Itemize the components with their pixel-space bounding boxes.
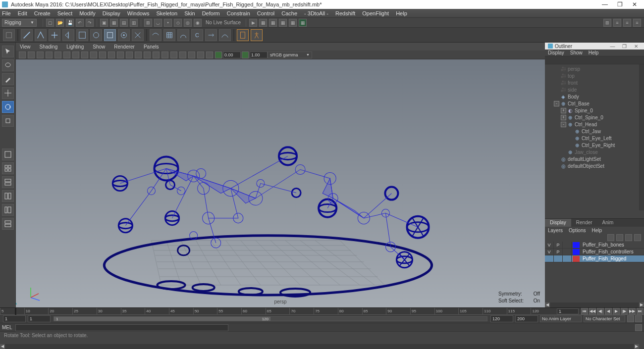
persp-graph-icon[interactable] [2, 218, 14, 230]
menu-redshift[interactable]: Redshift [335, 10, 355, 16]
gamma-field[interactable]: 1.00 [250, 51, 268, 58]
layer-tab-render[interactable]: Render [571, 219, 597, 227]
key-back-icon[interactable]: ◀| [597, 308, 604, 315]
key-fwd-icon[interactable]: |▶ [621, 308, 628, 315]
outliner-item[interactable]: -Ctrl_Base [547, 100, 642, 107]
outliner-item[interactable]: Jaw_close [547, 149, 642, 155]
quick-rig-icon[interactable] [237, 29, 249, 41]
outliner-item[interactable]: Ctrl_Eye_Right [547, 142, 642, 149]
vp-select-camera-icon[interactable] [19, 51, 26, 58]
bind-skin-icon[interactable] [104, 29, 116, 41]
outliner-tree[interactable]: persptopfrontsideBody-Ctrl_Base+Spine_0+… [545, 64, 644, 218]
outliner-item[interactable]: +Spine_0 [547, 107, 642, 114]
render-setup-icon[interactable]: ▦ [299, 19, 307, 27]
render-settings-icon[interactable]: ▦ [279, 19, 287, 27]
menu-cache[interactable]: Cache [281, 10, 297, 16]
play-back-icon[interactable]: ◀ [605, 308, 612, 315]
vp-aa-icon[interactable] [179, 51, 186, 58]
maximize-button[interactable]: ❐ [612, 1, 627, 8]
wrap-icon[interactable] [177, 29, 189, 41]
single-pane-icon[interactable] [2, 149, 14, 160]
layer-tab-display[interactable]: Display [545, 219, 571, 227]
range-end-outer[interactable] [515, 315, 538, 322]
panel-window-controls[interactable]: — ❐ ✕ [610, 44, 641, 49]
range-start[interactable] [28, 315, 51, 322]
layer-scroll-h[interactable]: ◀ ▶ [545, 302, 644, 307]
vp-shadows-icon[interactable] [153, 51, 160, 58]
vp-shaded-icon[interactable] [126, 51, 133, 58]
outliner-header[interactable]: Outliner — ❐ ✕ [545, 43, 644, 50]
scale-tool-icon[interactable] [2, 115, 14, 127]
scroll-right-icon[interactable]: ▶ [634, 344, 639, 349]
vp-isolate-icon[interactable] [188, 51, 195, 58]
cmd-lang-label[interactable]: MEL [2, 325, 12, 330]
scrollbar-vertical[interactable] [639, 64, 644, 210]
vp-film-gate-icon[interactable] [63, 51, 70, 58]
select-tool-icon[interactable] [2, 46, 14, 57]
select-component-icon[interactable]: ▤ [120, 19, 128, 27]
open-scene-icon[interactable]: 📂 [56, 19, 64, 27]
layer-playback-toggle[interactable]: P [554, 242, 563, 249]
two-pane-h-icon[interactable] [2, 176, 14, 188]
select-object-icon[interactable]: ▦ [110, 19, 118, 27]
menu-skin[interactable]: Skin [184, 10, 195, 16]
save-scene-icon[interactable]: 💾 [66, 19, 74, 27]
menu-help[interactable]: Help [396, 10, 407, 16]
script-editor-icon[interactable] [635, 324, 642, 331]
vp-menu-shading[interactable]: Shading [40, 44, 58, 50]
vp-image-plane-icon[interactable] [37, 51, 44, 58]
insert-joint-icon[interactable] [49, 29, 60, 41]
vp-gate-mask-icon[interactable] [81, 51, 88, 58]
anim-layer-dropdown[interactable]: No Anim Layer [540, 315, 582, 322]
snap-curve-icon[interactable]: ◡ [154, 19, 162, 27]
exposure-field[interactable]: 0.00 [223, 51, 241, 58]
vp-bookmarks-icon[interactable] [28, 51, 35, 58]
undo-icon[interactable]: ↶ [76, 19, 84, 27]
snap-center-icon[interactable]: ◎ [184, 19, 192, 27]
vp-resolution-gate-icon[interactable] [72, 51, 79, 58]
rotate-tool-icon[interactable] [2, 101, 14, 113]
layer-vis-toggle[interactable]: V [545, 249, 554, 255]
outliner-item[interactable]: persp [547, 65, 642, 72]
go-end-icon[interactable]: ⏭ [637, 308, 644, 315]
blend-shape-icon[interactable] [205, 29, 217, 41]
vp-wireframe-icon[interactable] [117, 51, 124, 58]
vp-2d-pan-icon[interactable] [46, 51, 53, 58]
outliner-menu-display[interactable]: Display [548, 50, 564, 55]
tool-settings-icon[interactable]: ≡ [633, 19, 641, 27]
snap-point-icon[interactable]: • [164, 19, 172, 27]
layer-move-up-icon[interactable] [607, 234, 614, 241]
vp-ao-icon[interactable] [161, 51, 168, 58]
outliner-filter[interactable] [545, 56, 644, 64]
vp-menu-lighting[interactable]: Lighting [66, 44, 84, 50]
attr-editor-icon[interactable]: ≡ [623, 19, 631, 27]
outliner-item[interactable]: defaultObjectSet [547, 162, 642, 169]
layer-color-swatch[interactable] [573, 242, 580, 248]
scroll-left-icon[interactable]: ◀ [0, 344, 5, 349]
outliner-menu-help[interactable]: Help [589, 50, 599, 55]
current-frame-field[interactable]: 1 [557, 308, 579, 314]
new-scene-icon[interactable]: ▢ [46, 19, 54, 27]
vp-menu-view[interactable]: View [20, 44, 31, 50]
menu-select[interactable]: Select [57, 10, 73, 16]
layer-new-empty-icon[interactable] [625, 234, 632, 241]
vp-safe-title-icon[interactable] [108, 51, 115, 58]
layer-move-down-icon[interactable] [616, 234, 623, 241]
layer-row[interactable]: VPPuffer_Fish_bones [545, 242, 644, 249]
outliner-item[interactable]: +Ctrl_Spine_0 [547, 114, 642, 121]
vp-lights-icon[interactable] [144, 51, 151, 58]
outliner-item[interactable]: defaultLightSet [547, 155, 642, 162]
channel-box-icon[interactable]: ≡ [613, 19, 621, 27]
step-fwd-icon[interactable]: ▶▶ [629, 308, 636, 315]
snap-live-icon[interactable]: ◉ [194, 19, 202, 27]
menu-control[interactable]: Control [257, 10, 274, 16]
ipr-render-icon[interactable]: ▦ [269, 19, 277, 27]
layer-menu-options[interactable]: Options [569, 228, 586, 233]
joint-size-icon[interactable] [90, 29, 102, 41]
outliner-menu-show[interactable]: Show [570, 50, 583, 55]
layer-playback-toggle[interactable] [554, 255, 563, 262]
lattice-icon[interactable] [163, 29, 175, 41]
ik-handle-icon[interactable] [35, 29, 47, 41]
vp-exposure-icon[interactable] [215, 51, 222, 58]
scrollbar-horizontal[interactable]: ◀ ▶ [0, 344, 639, 349]
